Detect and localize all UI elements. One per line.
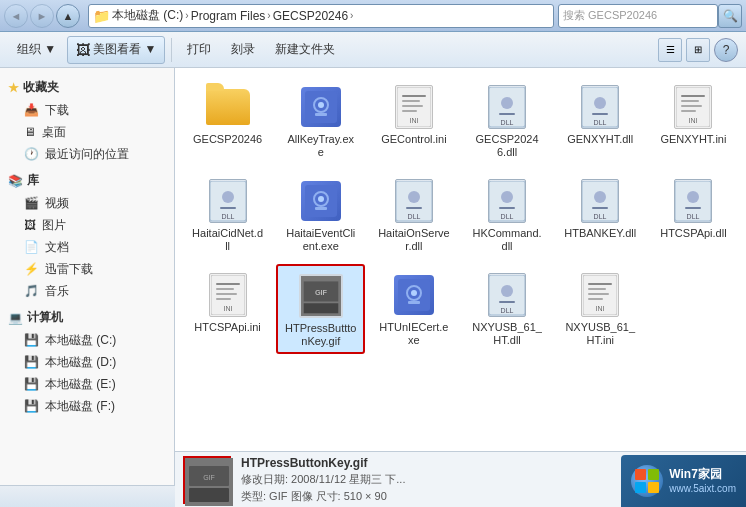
file-item[interactable]: DLL NXYUSB_61_HT.dll xyxy=(462,264,551,354)
file-icon-wrap xyxy=(297,177,345,225)
view-label: 美图看看 ▼ xyxy=(93,41,156,58)
thunder-icon: ⚡ xyxy=(24,262,39,276)
file-item[interactable]: DLL HTCSPApi.dll xyxy=(649,170,738,260)
file-item[interactable]: DLL GECSP20246.dll xyxy=(462,76,551,166)
file-item[interactable]: INI NXYUSB_61_HT.ini xyxy=(556,264,645,354)
address-bar[interactable]: 📁 本地磁盘 (C:) › Program Files › GECSP20246… xyxy=(88,4,554,28)
file-icon-wrap: DLL xyxy=(483,83,531,131)
file-item[interactable]: HaitaiEventClient.exe xyxy=(276,170,365,260)
file-item[interactable]: AllKeyTray.exe xyxy=(276,76,365,166)
sidebar-download-label: 下载 xyxy=(45,102,69,119)
sidebar-item-documents[interactable]: 📄 文档 xyxy=(0,236,174,258)
music-icon: 🎵 xyxy=(24,284,39,298)
view-toggle-2[interactable]: ⊞ xyxy=(686,38,710,62)
pictures-icon: 🖼 xyxy=(24,218,36,232)
file-label: HaitaiEventClient.exe xyxy=(285,227,357,253)
sidebar-computer-header[interactable]: 💻 计算机 xyxy=(0,306,174,329)
view-button[interactable]: 🖼 美图看看 ▼ xyxy=(67,36,165,64)
svg-rect-7 xyxy=(402,105,423,107)
svg-point-63 xyxy=(501,285,513,297)
recent-icon: 🕐 xyxy=(24,147,39,161)
file-item[interactable]: INI GEControl.ini xyxy=(369,76,458,166)
up-button[interactable]: ▲ xyxy=(56,4,80,28)
search-icon: 🔍 xyxy=(723,9,738,23)
sidebar-item-recent[interactable]: 🕐 最近访问的位置 xyxy=(0,143,174,165)
file-item[interactable]: DLL HKCommand.dll xyxy=(462,170,551,260)
path-part-3[interactable]: GECSP20246 xyxy=(273,9,348,23)
svg-rect-5 xyxy=(402,95,426,97)
file-icon-wrap: DLL xyxy=(483,177,531,225)
file-item[interactable]: DLL HaitaiOnServer.dll xyxy=(369,170,458,260)
svg-text:INI: INI xyxy=(689,117,698,124)
svg-text:GIF: GIF xyxy=(315,288,328,297)
back-button[interactable]: ◄ xyxy=(4,4,28,28)
sidebar-item-drive-e[interactable]: 💾 本地磁盘 (E:) xyxy=(0,373,174,395)
sidebar-section-computer: 💻 计算机 💾 本地磁盘 (C:) 💾 本地磁盘 (D:) 💾 本地磁盘 (E:… xyxy=(0,306,174,417)
svg-rect-22 xyxy=(681,110,696,112)
search-button[interactable]: 🔍 xyxy=(718,4,742,28)
sidebar-item-download[interactable]: 📥 下载 xyxy=(0,99,174,121)
burn-button[interactable]: 刻录 xyxy=(222,36,264,64)
dll-icon: DLL xyxy=(488,273,526,317)
ini-icon: INI xyxy=(674,85,712,129)
sidebar-library-header[interactable]: 📚 库 xyxy=(0,169,174,192)
file-item[interactable]: INI GENXYHT.ini xyxy=(649,76,738,166)
win7-line2: www.5aixt.com xyxy=(669,482,736,495)
sidebar-favorites-header[interactable]: ★ 收藏夹 xyxy=(0,76,174,99)
win7-line1: Win7家园 xyxy=(669,467,736,483)
svg-rect-30 xyxy=(315,207,327,210)
win7-logo xyxy=(631,465,663,497)
star-icon: ★ xyxy=(8,81,19,95)
svg-text:DLL: DLL xyxy=(687,213,700,220)
print-button[interactable]: 打印 xyxy=(178,36,220,64)
path-part-2[interactable]: Program Files xyxy=(191,9,266,23)
sidebar-thunder-label: 迅雷下载 xyxy=(45,261,93,278)
sidebar-item-video[interactable]: 🎬 视频 xyxy=(0,192,174,214)
file-label: HTCSPApi.ini xyxy=(194,321,260,334)
file-label: NXYUSB_61_HT.ini xyxy=(564,321,636,347)
sidebar-recent-label: 最近访问的位置 xyxy=(45,146,129,163)
path-part-1[interactable]: 本地磁盘 (C:) xyxy=(112,7,183,24)
search-bar[interactable]: 搜索 GECSP20246 xyxy=(558,4,718,28)
file-label: HaitaiOnServer.dll xyxy=(378,227,450,253)
ini-icon: INI xyxy=(581,273,619,317)
file-label: GEControl.ini xyxy=(381,133,446,146)
file-icon-wrap: GIF xyxy=(297,272,345,320)
file-icon-wrap: DLL xyxy=(576,83,624,131)
help-button[interactable]: ? xyxy=(714,38,738,62)
file-item[interactable]: DLL GENXYHT.dll xyxy=(556,76,645,166)
preview-thumb-svg: GIF xyxy=(185,458,233,506)
svg-point-25 xyxy=(222,191,234,203)
sidebar-item-pictures[interactable]: 🖼 图片 xyxy=(0,214,174,236)
sidebar-item-drive-d[interactable]: 💾 本地磁盘 (D:) xyxy=(0,351,174,373)
sidebar-item-desktop[interactable]: 🖥 桌面 xyxy=(0,121,174,143)
sidebar-item-thunder[interactable]: ⚡ 迅雷下载 xyxy=(0,258,174,280)
path-sep-2: › xyxy=(267,10,270,21)
win7-text: Win7家园 www.5aixt.com xyxy=(669,467,736,496)
view-toggle-1[interactable]: ☰ xyxy=(658,38,682,62)
sidebar-section-library: 📚 库 🎬 视频 🖼 图片 📄 文档 ⚡ 迅雷下载 🎵 音乐 xyxy=(0,169,174,302)
svg-rect-46 xyxy=(685,207,701,209)
file-item[interactable]: DLL HTBANKEY.dll xyxy=(556,170,645,260)
svg-rect-67 xyxy=(588,283,612,285)
file-label: NXYUSB_61_HT.dll xyxy=(471,321,543,347)
new-folder-button[interactable]: 新建文件夹 xyxy=(266,36,344,64)
forward-button[interactable]: ► xyxy=(30,4,54,28)
preview-filename: HTPressButtonKey.gif xyxy=(241,456,405,470)
svg-rect-6 xyxy=(402,100,420,102)
file-area: GECSP20246 AllKeyTray.exe INI xyxy=(175,68,746,485)
svg-rect-79 xyxy=(648,482,659,493)
file-item[interactable]: DLL HaitaiCidNet.dll xyxy=(183,170,272,260)
svg-rect-21 xyxy=(681,105,702,107)
file-item[interactable]: GIF HTPressButttonKey.gif xyxy=(276,264,365,354)
file-icon-wrap xyxy=(297,83,345,131)
sidebar-item-drive-f[interactable]: 💾 本地磁盘 (F:) xyxy=(0,395,174,417)
gif-icon: GIF xyxy=(299,274,343,318)
sidebar-item-drive-c[interactable]: 💾 本地磁盘 (C:) xyxy=(0,329,174,351)
file-item[interactable]: GECSP20246 xyxy=(183,76,272,166)
sidebar-item-music[interactable]: 🎵 音乐 xyxy=(0,280,174,302)
file-item[interactable]: HTUnIECert.exe xyxy=(369,264,458,354)
file-item[interactable]: INI HTCSPApi.ini xyxy=(183,264,272,354)
organize-button[interactable]: 组织 ▼ xyxy=(8,36,65,64)
file-icon-wrap: INI xyxy=(204,271,252,319)
